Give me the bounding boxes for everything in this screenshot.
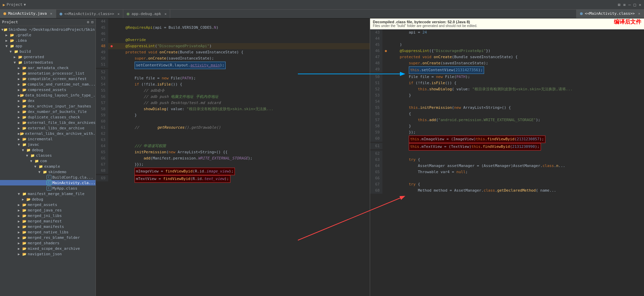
sidebar-item-merged-jni[interactable]: ▶📂 merged_jni_libs (0, 213, 96, 218)
toolbar-icon-layout[interactable]: ⊞ (618, 2, 620, 7)
sidebar-item-label-compressed: compressed_assets (28, 88, 66, 92)
sidebar-item-aar[interactable]: ▶ 📂 aar_metadata_check (0, 65, 96, 70)
sidebar-item-merged-shaders[interactable]: ▶📂 merged_shaders (0, 240, 96, 246)
sidebar-item-merged-native[interactable]: ▶📂 merged_native_libs (0, 229, 96, 235)
tab-close-class2[interactable]: ✕ (638, 12, 640, 15)
sidebar-item-extlibswith[interactable]: ▶ 📂 external_libs_dex_archive_with... (0, 131, 96, 136)
sidebar-item-label-buildconfig: BuildConfig.cla... (52, 175, 93, 180)
sidebar-item-compressed[interactable]: ▶ 📂 compressed_assets (0, 87, 96, 92)
tab-main-class2[interactable]: <<MainActivity.class>> ✕ (576, 10, 644, 18)
sidebar-item-annproc[interactable]: ▶ 📂 annotation_processor_list (0, 70, 96, 76)
sidebar-item-label-dex-num: dex_number_of_buckets_file (28, 110, 87, 114)
code-line-64: 64 /// 申请读写权限 (96, 143, 370, 149)
sidebar-item-intermediates[interactable]: ▼ 📁 intermediates (0, 60, 96, 65)
sidebar-item-label-merged-assets: merged_assets (28, 203, 57, 207)
sidebar-item-label-merged-manifest: merged_manifest (28, 219, 62, 223)
sidebar-item-javac-debug[interactable]: ▼ 📁 debug (0, 147, 96, 153)
main-layout: Project ⚙ ⊟ ▼ 📁 SkinDemo ~/Desktop/Andro… (0, 18, 644, 296)
sidebar-item-label-javac: javac (28, 142, 39, 147)
sidebar-item-classes[interactable]: ▼ 📁 classes (0, 153, 96, 158)
sidebar-item-merged-res-blame[interactable]: ▶📂 merged_res_blame_folder (0, 235, 96, 240)
sidebar-item-myapp[interactable]: ▶ C MyApp.class (0, 185, 96, 191)
folder-icon-dex: 📂 (22, 98, 27, 103)
sidebar-item-merged-java[interactable]: ▶📂 merged_java_res (0, 207, 96, 213)
sidebar-item-label-mixed-scope: mixed_scope_dex_archive (28, 246, 80, 251)
tab-close-class1[interactable]: ✕ (117, 12, 119, 16)
toolbar-icon-close[interactable]: ✕ (639, 2, 641, 7)
sidebar-item-dex-archive[interactable]: ▶ 📂 dex_archive_input_jar_hashes (0, 103, 96, 109)
sidebar-item-label-dex: dex (28, 99, 35, 103)
sidebar-icon-gear[interactable]: ⚙ (87, 20, 89, 24)
code-line-45: 45 @RequiresApi(api = Build.VERSION_CODE… (96, 25, 370, 31)
sidebar-icon-expand[interactable]: ⊟ (91, 20, 93, 24)
banner-subtitle: Files under the "build" folder are gener… (373, 24, 641, 28)
sidebar-item-compat[interactable]: ▶ 📂 compatible_screen_manifest (0, 76, 96, 81)
tab-dot-apk (127, 13, 129, 15)
toolbar-icon-settings[interactable]: ≡ (623, 2, 626, 7)
folder-icon-classes: 📁 (30, 153, 35, 158)
folder-icon-merged-manifest: 📂 (22, 219, 27, 223)
folder-icon-extlibs: 📂 (22, 126, 27, 130)
sidebar-item-label-intermediates: intermediates (24, 60, 53, 65)
sidebar-item-compile[interactable]: ▶ 📂 compile_and_runtime_not_nam... (0, 81, 96, 87)
sidebar-item-gradle[interactable]: ▶ 📂 .gradle (0, 32, 96, 38)
sidebar-item-example[interactable]: ▼ 📁 example (0, 164, 96, 169)
top-bar-dropdown[interactable]: ▼ (24, 3, 26, 7)
sidebar-item-dex-num[interactable]: ▶ 📂 dex_number_of_buckets_file (0, 109, 96, 114)
sidebar-item-merged-manifests[interactable]: ▶📂 merged_manifests (0, 224, 96, 229)
left-code-panel[interactable]: 44 45 @RequiresApi(api = Build.VERSION_C… (96, 18, 370, 296)
tab-close-java[interactable]: ✕ (50, 12, 52, 15)
folder-icon-aar: 📂 (22, 65, 27, 70)
rcode-line-64: 64 AssetManager assetManager = (AssetMan… (370, 163, 644, 169)
sidebar-item-manifest-debug[interactable]: ▶ 📂 debug (0, 196, 96, 202)
sidebar-item-navigation[interactable]: ▶📂 navigation_json (0, 251, 96, 257)
sidebar-item-extfile[interactable]: ▶ 📂 external_file_lib_dex_archives (0, 120, 96, 125)
folder-icon-app: 📁 (10, 43, 14, 48)
right-code-panel[interactable]: 编译后文件 Decompiled .class file, bytecode v… (370, 18, 644, 296)
rcode-line-49: 49 this.setContentView(2131427356); (370, 66, 644, 74)
sidebar-item-label-build: build (20, 49, 31, 54)
sidebar-item-javac[interactable]: ▼ 📁 javac (0, 142, 96, 147)
sidebar-item-buildconfig[interactable]: ▶ C BuildConfig.cla... (0, 175, 96, 180)
folder-icon-idea: 📂 (10, 38, 14, 43)
sidebar-item-mainactivity[interactable]: ▶ C MainActivity.cla... (0, 180, 96, 185)
sidebar-item-merged-manifest[interactable]: ▶📂 merged_manifest (0, 218, 96, 224)
tab-main-java[interactable]: MainActivity.java ✕ (0, 10, 56, 18)
sidebar-item-label-manifest-debug: debug (32, 197, 43, 202)
sidebar-item-app[interactable]: ▼ 📁 app (0, 43, 96, 49)
class-icon-mainactivity: C (47, 180, 51, 185)
sidebar-item-dup[interactable]: ▶ 📂 duplicate_classes_check (0, 114, 96, 120)
sidebar-item-databinding[interactable]: ▶ 📂 data_binding_layout_info_type_... (0, 92, 96, 98)
rcode-line-50: 50 File file = new File(PATH); (370, 74, 644, 80)
sidebar-item-root[interactable]: ▼ 📁 SkinDemo ~/Desktop/AndroidProject/Sk… (0, 27, 96, 32)
tab-close-apk[interactable]: ✕ (164, 12, 166, 16)
tab-main-class1[interactable]: <<MainActivity.class>> ✕ (56, 10, 124, 18)
sidebar-item-dex[interactable]: ▶ 📂 dex (0, 98, 96, 103)
sidebar-item-manifest-merge[interactable]: ▼ 📁 manifest_merge_blame_file (0, 191, 96, 196)
sidebar-item-label-gradle: .gradle (15, 33, 31, 37)
folder-icon-incr: 📂 (22, 137, 27, 141)
sidebar-item-label-classes: classes (36, 153, 52, 158)
sidebar-item-label-databinding: data_binding_layout_info_type_... (25, 93, 96, 98)
folder-icon-extfile: 📂 (22, 120, 27, 125)
code-line-58: 58 showDialog( value: "根目录没有检测到皮肤包<skin.… (96, 106, 370, 112)
toolbar-icon-maximize[interactable]: □ (634, 2, 636, 7)
sidebar-item-incr[interactable]: ▶ 📂 incremental (0, 136, 96, 142)
code-line-55: 55 // adb命令 (96, 88, 370, 94)
tab-apk[interactable]: app-debug.apk ✕ (123, 10, 170, 18)
sidebar-item-idea[interactable]: ▶ 📂 .idea (0, 38, 96, 43)
code-line-65: 65 initPermission(new ArrayList<String>(… (96, 149, 370, 155)
sidebar-item-merged-assets[interactable]: ▶📂 merged_assets (0, 202, 96, 207)
folder-icon-javac: 📁 (22, 142, 27, 147)
sidebar-item-label-aar: aar_metadata_check (28, 66, 68, 70)
sidebar-item-build[interactable]: ▼ 📁 build (0, 49, 96, 54)
sidebar-item-mixed-scope[interactable]: ▶📂 mixed_scope_dex_archive (0, 246, 96, 251)
tab-dot-java (3, 12, 6, 15)
toolbar-icon-minimize[interactable]: — (628, 2, 631, 7)
folder-icon-merged-native: 📂 (22, 230, 27, 234)
sidebar-item-generated[interactable]: ▶ 📂 generated (0, 54, 96, 60)
folder-icon-mixed-scope: 📂 (22, 246, 27, 251)
sidebar-item-skindemo[interactable]: ▼ 📁 skindemo (0, 169, 96, 175)
sidebar-item-extlibs[interactable]: ▶ 📂 external_libs_dex_archive (0, 125, 96, 131)
sidebar-item-com[interactable]: ▼ 📁 com (0, 158, 96, 164)
